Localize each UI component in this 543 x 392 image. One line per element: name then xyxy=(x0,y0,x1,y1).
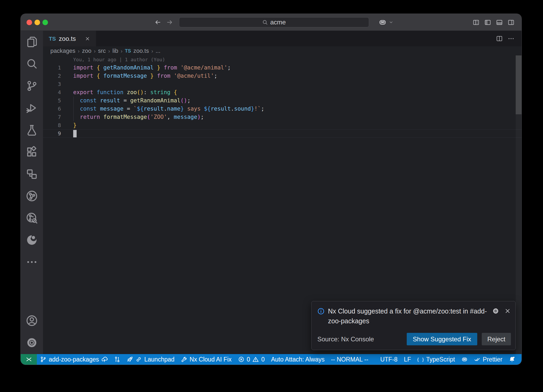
status-problems[interactable]: 00 xyxy=(235,354,268,365)
status-label: -- NORMAL -- xyxy=(331,356,368,363)
remote-icon xyxy=(25,356,32,363)
code-line-2: 2import { formatMessage } from '@acme/ut… xyxy=(43,72,522,80)
status-graph[interactable] xyxy=(111,354,124,365)
activity-item-circle-graph[interactable] xyxy=(21,185,43,207)
minimize-window-button[interactable] xyxy=(34,20,40,25)
svg-text:{ }: { } xyxy=(417,357,424,362)
split-editor-icon[interactable] xyxy=(496,35,503,42)
extensions-icon xyxy=(26,146,38,158)
status-auto-attach[interactable]: Auto Attach: Always xyxy=(268,354,328,365)
testing-icon xyxy=(26,124,38,136)
status-eol[interactable]: LF xyxy=(401,354,414,365)
source-control-icon xyxy=(26,80,38,92)
panel-left-icon[interactable] xyxy=(484,19,491,26)
tab-zoo-ts[interactable]: TS zoo.ts xyxy=(43,31,96,46)
status-label: Launchpad xyxy=(144,356,174,363)
activity-item-search[interactable] xyxy=(21,53,43,75)
copilot-icon xyxy=(461,356,468,363)
navigate-back-icon[interactable] xyxy=(154,19,161,26)
status-right: UTF-8LF{ }TypeScriptPrettier xyxy=(377,354,522,365)
status-label: LF xyxy=(404,356,411,363)
notification-settings-gear-icon[interactable] xyxy=(492,308,499,314)
activity-item-extensions[interactable] xyxy=(21,141,43,163)
navigate-forward-icon[interactable] xyxy=(166,19,173,26)
scrollbar-track[interactable] xyxy=(516,55,522,354)
activity-item-testing[interactable] xyxy=(21,119,43,141)
activity-item-source-control[interactable] xyxy=(21,75,43,97)
status-vim-mode[interactable]: -- NORMAL -- xyxy=(328,354,371,365)
activity-item-more[interactable] xyxy=(21,251,43,273)
scrollbar-thumb[interactable] xyxy=(516,55,522,114)
breadcrumb-overflow[interactable]: ... xyxy=(156,47,160,54)
more-icon[interactable] xyxy=(508,35,514,42)
breadcrumb-separator: › xyxy=(108,48,110,54)
breadcrumb-separator: › xyxy=(94,48,96,54)
activity-item-account[interactable] xyxy=(21,310,43,332)
status-notifications-bell[interactable] xyxy=(506,354,518,365)
activity-item-files[interactable] xyxy=(21,31,43,53)
status-label: TypeScript xyxy=(426,356,455,363)
layout-icon[interactable] xyxy=(473,19,479,26)
close-window-button[interactable] xyxy=(27,20,32,25)
status-label: 0 xyxy=(247,356,250,363)
breadcrumb-separator: › xyxy=(121,48,122,54)
code-text: const message = `${result.name} says ${r… xyxy=(61,105,264,113)
zoom-window-button[interactable] xyxy=(42,20,48,25)
panel-bottom-icon[interactable] xyxy=(496,19,503,26)
line-number: 7 xyxy=(43,113,61,121)
warning-icon xyxy=(252,356,259,363)
activity-item-run-debug[interactable] xyxy=(21,97,43,119)
breadcrumb-item[interactable]: packages xyxy=(50,47,75,54)
status-encoding[interactable]: UTF-8 xyxy=(377,354,401,365)
panel-right-icon[interactable] xyxy=(508,19,514,26)
search-icon xyxy=(26,58,38,70)
tab-label: zoo.ts xyxy=(59,35,76,42)
tab-bar: TS zoo.ts xyxy=(43,31,522,46)
brackets-icon: { } xyxy=(417,356,424,363)
vscode-window: acme TS zoo.ts packages›zoo›src›lib›TSzo… xyxy=(21,14,522,365)
activity-item-edge[interactable] xyxy=(21,229,43,251)
code-line-6: 6 const message = `${result.name} says $… xyxy=(43,105,522,113)
status-copilot-status[interactable] xyxy=(458,354,471,365)
show-suggested-fix-button[interactable]: Show Suggested Fix xyxy=(407,333,477,345)
notification-close-icon[interactable] xyxy=(504,308,511,314)
link-icon xyxy=(135,356,142,363)
activity-item-linked-squares[interactable] xyxy=(21,163,43,185)
close-tab-icon[interactable] xyxy=(85,36,90,41)
notification-header: Nx Cloud suggested a fix for @acme/zoo:t… xyxy=(317,306,493,326)
notification-message: Nx Cloud suggested a fix for @acme/zoo:t… xyxy=(328,306,493,326)
code-text: return formatMessage('ZOO', message); xyxy=(61,113,204,121)
info-icon xyxy=(317,308,325,315)
line-number: 4 xyxy=(43,88,61,97)
status-launchpad[interactable]: Launchpad xyxy=(124,354,178,365)
account-icon xyxy=(26,315,38,326)
breadcrumb-file[interactable]: zoo.ts xyxy=(133,47,149,54)
breadcrumb-item[interactable]: lib xyxy=(112,47,118,54)
status-label: add-zoo-packages xyxy=(49,356,99,363)
status-formatter[interactable]: Prettier xyxy=(471,354,506,365)
breadcrumb-item[interactable]: zoo xyxy=(82,47,91,54)
command-center-search[interactable]: acme xyxy=(179,17,369,27)
reject-button[interactable]: Reject xyxy=(482,333,511,345)
run-debug-icon xyxy=(26,102,38,114)
line-number: 8 xyxy=(43,121,61,129)
copilot-menu[interactable] xyxy=(379,14,393,31)
vim-block-cursor xyxy=(73,130,77,137)
status-language[interactable]: { }TypeScript xyxy=(414,354,458,365)
activity-item-circle-graph-search[interactable] xyxy=(21,207,43,229)
activity-item-settings[interactable] xyxy=(21,332,43,354)
status-branch[interactable]: add-zoo-packages xyxy=(37,354,111,365)
double-check-icon xyxy=(474,356,480,363)
status-nx-cloud-ai-fix[interactable]: Nx Cloud AI Fix xyxy=(178,354,235,365)
status-label: 0 xyxy=(261,356,265,363)
code-line-1: 1import { getRandomAnimal } from '@acme/… xyxy=(43,64,522,72)
window-controls xyxy=(27,20,48,25)
breadcrumb-item[interactable]: src xyxy=(98,47,106,54)
line-number: 1 xyxy=(43,64,61,72)
cloud-upload-icon xyxy=(101,356,108,363)
notification-source: Source: Nx Console xyxy=(317,336,374,343)
typescript-file-icon: TS xyxy=(125,48,131,54)
code-line-7: 7 return formatMessage('ZOO', message); xyxy=(43,113,522,121)
code-line-3: 3 xyxy=(43,80,522,88)
status-remote-indicator[interactable] xyxy=(21,354,37,365)
